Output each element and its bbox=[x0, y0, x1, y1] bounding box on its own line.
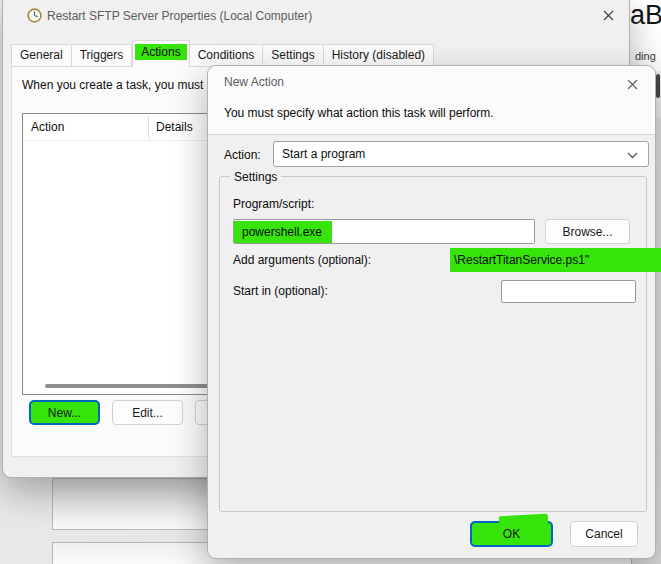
properties-titlebar[interactable]: Restart SFTP Server Properties (Local Co… bbox=[3, 0, 629, 32]
highlight-marker: Actions bbox=[135, 44, 186, 60]
edit-action-button[interactable]: Edit... bbox=[112, 400, 183, 425]
background-word-styles-gallery: aBb ding bbox=[628, 0, 661, 72]
action-type-value: Start a program bbox=[282, 147, 365, 161]
properties-tabbar: General Triggers Actions Conditions Sett… bbox=[11, 44, 434, 67]
program-script-value-highlight: powershell.exe bbox=[234, 221, 332, 243]
new-action-dialog: New Action You must specify what action … bbox=[207, 65, 656, 559]
new-action-close-button[interactable] bbox=[619, 73, 645, 95]
add-arguments-value-highlight[interactable]: \RestartTitanService.ps1" bbox=[450, 248, 661, 272]
tab-label: Conditions bbox=[198, 48, 255, 62]
actions-intro-text: When you create a task, you must bbox=[22, 78, 203, 92]
tab-label: History (disabled) bbox=[332, 48, 425, 62]
cancel-button-label: Cancel bbox=[585, 527, 622, 541]
new-action-button[interactable]: New... bbox=[29, 400, 100, 425]
tab-label: Triggers bbox=[80, 48, 124, 62]
close-icon bbox=[627, 79, 638, 90]
new-action-header: New Action You must specify what action … bbox=[208, 66, 655, 135]
browse-button[interactable]: Browse... bbox=[545, 219, 630, 244]
tab-actions[interactable]: Actions bbox=[132, 40, 189, 67]
tab-label: Settings bbox=[271, 48, 314, 62]
chevron-down-icon bbox=[627, 152, 638, 159]
tab-settings[interactable]: Settings bbox=[263, 44, 323, 67]
cancel-button[interactable]: Cancel bbox=[570, 521, 638, 547]
program-script-label: Program/script: bbox=[233, 197, 314, 211]
column-divider[interactable] bbox=[148, 116, 149, 139]
marker-stroke bbox=[499, 514, 548, 528]
properties-dialog-title: Restart SFTP Server Properties (Local Co… bbox=[47, 9, 312, 23]
tab-triggers[interactable]: Triggers bbox=[72, 44, 133, 67]
tab-history[interactable]: History (disabled) bbox=[324, 44, 434, 67]
new-action-message: You must specify what action this task w… bbox=[224, 106, 494, 120]
close-icon bbox=[603, 10, 614, 21]
new-button-label: New... bbox=[48, 406, 81, 420]
program-script-input[interactable]: powershell.exe bbox=[233, 219, 535, 244]
task-scheduler-clock-icon bbox=[27, 8, 42, 23]
new-action-title: New Action bbox=[224, 75, 284, 89]
start-in-input[interactable] bbox=[501, 280, 636, 303]
tab-general[interactable]: General bbox=[11, 44, 72, 67]
properties-close-button[interactable] bbox=[595, 4, 621, 26]
style-preview-text: aBb bbox=[630, 0, 661, 31]
column-header-details[interactable]: Details bbox=[156, 120, 193, 134]
tab-conditions[interactable]: Conditions bbox=[190, 44, 264, 67]
settings-groupbox: Settings Program/script: powershell.exe … bbox=[219, 176, 647, 512]
start-in-label: Start in (optional): bbox=[233, 284, 328, 298]
ok-button[interactable]: OK bbox=[470, 521, 553, 547]
scrollbar-thumb[interactable] bbox=[656, 74, 660, 98]
browse-button-label: Browse... bbox=[562, 225, 612, 239]
action-label: Action: bbox=[224, 148, 261, 162]
action-type-select[interactable]: Start a program bbox=[273, 141, 649, 167]
tab-label: General bbox=[20, 48, 63, 62]
ok-button-label: OK bbox=[503, 527, 520, 541]
column-header-action[interactable]: Action bbox=[31, 120, 64, 134]
settings-legend: Settings bbox=[230, 170, 281, 184]
style-name-text: ding bbox=[635, 50, 656, 62]
add-arguments-label: Add arguments (optional): bbox=[233, 253, 371, 267]
edit-button-label: Edit... bbox=[132, 406, 163, 420]
